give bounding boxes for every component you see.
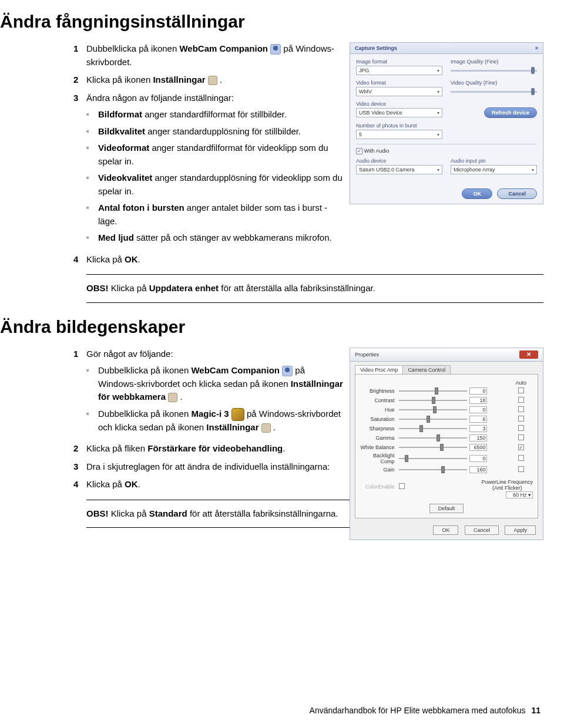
prop-value: 160 [469,466,487,473]
refresh-device-button[interactable]: Refresh device [484,107,537,118]
ok-button[interactable]: OK [462,188,492,199]
close-icon[interactable]: ✕ [519,350,538,359]
capture-settings-dialog: Capture Settings × Image format JPG Imag… [350,42,543,204]
prop-label: Contrast [359,396,398,405]
settings-icon [261,423,271,433]
magic-i-icon [231,408,244,421]
webcam-companion-icon [282,366,293,376]
dialog-title: Capture Settings [355,45,397,51]
heading-image-properties: Ändra bildegenskaper [0,317,540,337]
prop-label: Gain [359,465,398,474]
prop-slider[interactable] [399,396,467,405]
webcam-companion-icon [270,44,281,55]
image-quality-slider[interactable] [451,70,537,72]
prop-auto-checkbox[interactable] [518,397,524,403]
prop-slider[interactable] [399,387,467,395]
prop-slider[interactable] [399,406,467,414]
ok-button[interactable]: OK [433,525,458,535]
cancel-button[interactable]: Cancel [465,525,499,535]
step-2: Klicka på fliken Förstärkare för videobe… [86,442,344,456]
tab-video-proc-amp[interactable]: Video Proc Amp [355,365,403,374]
prop-value: 18 [469,397,487,404]
prop-auto-checkbox[interactable] [518,434,524,440]
default-button[interactable]: Default [429,504,464,513]
prop-auto-checkbox[interactable] [518,387,524,393]
prop-value: 0 [469,406,487,413]
image-format-label: Image format [356,59,442,65]
video-quality-slider[interactable] [451,91,537,93]
prop-label: Hue [359,405,398,414]
prop-slider[interactable] [399,454,467,463]
properties-dialog: Properties ✕ Video Proc Amp Camera Contr… [350,348,543,541]
prop-label: Backlight Comp [359,452,398,465]
tab-camera-control[interactable]: Camera Control [402,365,451,374]
cancel-button[interactable]: Cancel [497,188,537,199]
step-2: Klicka på ikonen Inställningar . [86,73,344,87]
close-icon[interactable]: × [535,45,538,51]
powerline-dropdown[interactable]: 60 Hz ▾ [506,491,533,498]
powerline-label: PowerLine Frequency(Anti Flicker) [481,479,533,492]
prop-auto-checkbox[interactable] [518,466,524,472]
audio-input-label: Audio input pin [451,158,537,164]
step-4: Klicka på OK. [86,478,344,491]
color-enable-checkbox[interactable] [399,483,405,489]
prop-label: Saturation [359,414,398,424]
prop-slider[interactable] [399,424,467,433]
prop-label: Brightness [359,386,398,396]
webcam-settings-icon [168,393,177,402]
video-format-dropdown[interactable]: WMV [356,87,442,96]
apply-button[interactable]: Apply [505,525,536,535]
prop-value: 0 [469,387,487,395]
prop-auto-checkbox[interactable] [518,406,524,412]
video-device-label: Video device [356,101,442,107]
prop-value: 0 [469,455,487,462]
burst-label: Number of photos in burst [356,123,442,129]
step-1: Gör något av följande: Dubbelklicka på i… [86,348,344,438]
prop-slider[interactable] [399,443,467,451]
step-1: Dubbelklicka på ikonen WebCam Companion … [86,42,344,69]
audio-device-label: Audio device [356,158,442,164]
with-audio-label: With Audio [364,148,390,154]
prop-auto-checkbox[interactable]: ✓ [518,444,524,450]
prop-auto-checkbox[interactable] [518,455,524,461]
audio-input-dropdown[interactable]: Microphone Array [451,165,537,174]
with-audio-checkbox[interactable]: ✓ [356,148,362,154]
prop-value: 6 [469,416,487,423]
audio-device-dropdown[interactable]: Saturn USB2.0 Camera [356,165,442,174]
burst-dropdown[interactable]: 5 [356,130,442,139]
video-device-dropdown[interactable]: USB Video Device [356,108,442,117]
step-3: Ändra någon av följande inställningar: B… [86,92,344,248]
page-footer: Användarhandbok för HP Elite webbkamera … [310,706,540,715]
settings-icon [208,76,217,85]
auto-column-header: Auto [508,379,534,386]
dialog-title: Properties [355,352,379,358]
prop-label: Sharpness [359,424,398,433]
video-format-label: Video format [356,80,442,86]
prop-label: White Balance [359,443,398,452]
prop-auto-checkbox[interactable] [518,425,524,431]
video-quality-label: Video Quality (Fine) [451,80,537,86]
step-4: Klicka på OK. [86,253,543,267]
prop-label: Gamma [359,433,398,443]
prop-value: 150 [469,434,487,441]
prop-slider[interactable] [399,415,467,423]
note-box-1: OBS! Klicka på Uppdatera enhet för att å… [86,274,543,303]
color-enable-label: ColorEnable [359,474,398,500]
prop-value: 6500 [469,444,487,451]
image-quality-label: Image Quality (Fine) [451,59,537,65]
image-format-dropdown[interactable]: JPG [356,66,442,75]
prop-value: 3 [469,425,487,432]
prop-slider[interactable] [399,466,467,474]
prop-auto-checkbox[interactable] [518,416,524,422]
prop-slider[interactable] [399,434,467,442]
heading-capture-settings: Ändra fångningsinställningar [0,12,540,32]
step-3: Dra i skjutreglagen för att ändra de ind… [86,460,344,474]
